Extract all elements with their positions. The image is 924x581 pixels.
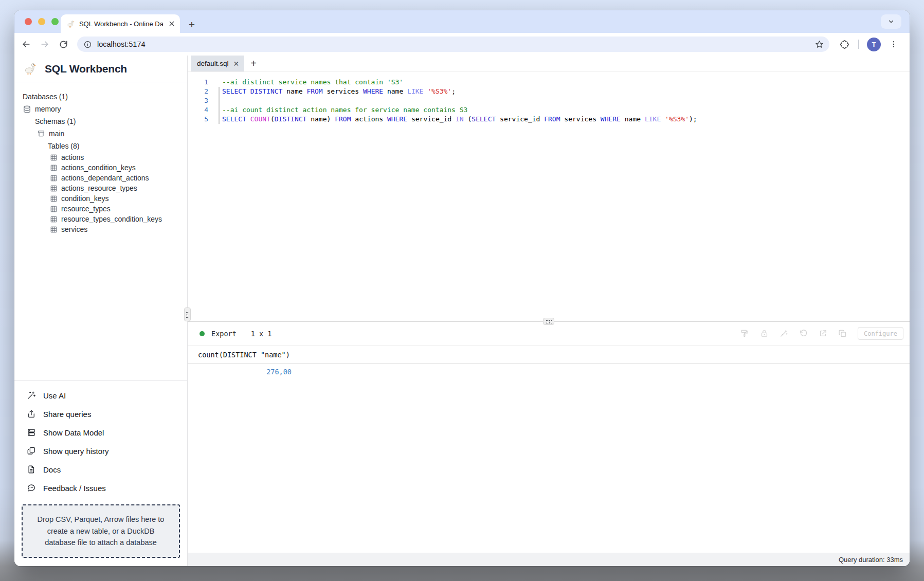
sidebar-resize-handle[interactable] [184,307,191,321]
tree-item-label: actions [61,153,84,161]
minimize-window-button[interactable] [38,18,45,25]
table-icon [50,174,58,182]
dropzone-text: Drop CSV, Parquet, Arrow files here to c… [34,514,168,548]
tree-item-memory[interactable]: memory [14,103,187,115]
lock-icon[interactable] [760,329,769,338]
data-model-icon [27,428,36,437]
maximize-window-button[interactable] [51,18,59,25]
menu-item-show-query-history[interactable]: Show query history [14,442,187,460]
back-button[interactable] [17,35,35,53]
results-panel: Export 1 x 1 Configure count(DISTINCT "n… [188,321,910,553]
code-line: 1--ai distinct service names that contai… [188,78,910,87]
menu-item-use-ai[interactable]: Use AI [14,386,187,405]
code-token: LIKE [407,87,423,95]
tree-item-databases: Databases (1) [14,90,187,103]
back-arrow-icon [21,39,31,49]
forward-button[interactable] [36,35,53,53]
configure-button[interactable]: Configure [858,327,903,340]
line-number: 4 [188,105,208,115]
sidebar-menu: Use AIShare queriesShow Data ModelShow q… [14,380,187,499]
browser-tab-title: SQL Workbench - Online Data [79,20,163,28]
tree-item-table[interactable]: actions_dependant_actions [14,173,187,183]
paint-roller-icon[interactable] [740,329,749,338]
menu-item-label: Show Data Model [43,428,104,437]
tree-item-table[interactable]: actions [14,152,187,162]
code-text: --ai count distinct action names for ser… [222,105,467,115]
tree-item-table[interactable]: resource_types [14,204,187,214]
code-token: service_id [496,115,544,123]
app-title: SQL Workbench [45,63,127,75]
code-line: 3 [188,96,910,105]
statement-indicator [219,78,220,87]
status-bar: Query duration: 33ms [188,553,910,566]
browser-tab[interactable]: SQL Workbench - Online Data [61,14,180,33]
tree-item-table[interactable]: actions_resource_types [14,183,187,193]
tree-item-label: Databases (1) [23,93,68,101]
menu-item-docs[interactable]: Docs [14,460,187,479]
new-tab-button[interactable]: + [187,20,196,29]
code-token: name [621,115,645,123]
reload-icon [59,40,68,49]
tree-item-table[interactable]: actions_condition_keys [14,162,187,173]
wand-icon [27,391,36,400]
editor-tab-close-icon[interactable]: ✕ [233,60,240,68]
menu-item-share-queries[interactable]: Share queries [14,405,187,423]
tab-close-icon[interactable] [167,19,176,28]
tree-item-label: Tables (8) [48,142,79,150]
tree-item-schemas: Schemas (1) [14,115,187,128]
line-number: 2 [188,87,208,96]
code-token [661,115,665,123]
new-query-tab-button[interactable]: + [244,56,263,71]
bookmark-star-icon[interactable] [814,40,824,49]
tab-search-button[interactable] [881,14,901,29]
menu-item-show-data-model[interactable]: Show Data Model [14,423,187,442]
tree-item-label: actions_resource_types [61,184,137,192]
drag-dots-icon [186,311,189,318]
table-icon [50,215,58,223]
database-icon [23,105,31,114]
browser-menu-button[interactable] [885,35,902,53]
tree-item-table[interactable]: condition_keys [14,193,187,204]
site-info-icon[interactable] [83,40,92,49]
results-toolbar [740,329,847,338]
code-token: DISTINCT [250,87,283,95]
file-dropzone[interactable]: Drop CSV, Parquet, Arrow files here to c… [22,504,180,558]
undo-icon[interactable] [799,329,808,338]
results-resize-handle[interactable] [543,318,554,325]
results-data-row[interactable]: 276,00 [188,364,910,379]
sidebar: SQL Workbench Databases (1)memorySchemas… [14,56,188,566]
database-tree: Databases (1)memorySchemas (1)mainTables… [14,82,187,380]
column-header[interactable]: count(DISTINCT "name") [198,351,292,359]
copy-icon[interactable] [838,329,847,338]
url-bar[interactable]: localhost:5174 [77,37,829,52]
tree-item-table[interactable]: resource_types_condition_keys [14,214,187,224]
code-token [246,87,250,95]
browser-window: SQL Workbench - Online Data + [14,10,910,566]
share-icon [27,409,36,419]
reload-button[interactable] [55,35,72,53]
profile-avatar[interactable]: T [867,38,881,51]
export-button[interactable]: Export [211,330,237,338]
tree-item-label: condition_keys [61,194,109,203]
tree-item-label: main [49,130,64,138]
statement-indicator [219,96,220,105]
code-token: COUNT [250,115,270,123]
results-header: Export 1 x 1 Configure [188,322,910,346]
extensions-button[interactable] [836,35,853,53]
editor-tab-default-sql[interactable]: default.sql ✕ [191,56,244,71]
external-link-icon[interactable] [819,329,827,338]
statement-indicator [219,105,220,115]
code-token: ; [451,87,456,95]
wand-sparkles-icon[interactable] [780,329,788,338]
code-token: '%S3%' [665,115,689,123]
table-icon [50,195,58,203]
menu-item-feedback-issues[interactable]: Feedback / Issues [14,479,187,497]
tree-item-main[interactable]: main [14,128,187,140]
sql-editor[interactable]: 1--ai distinct service names that contai… [188,72,910,321]
tree-item-label: Schemas (1) [35,117,76,125]
tree-item-table[interactable]: services [14,224,187,234]
code-token: ( [270,115,275,123]
code-token: FROM [335,115,351,123]
code-token: ); [689,115,697,123]
close-window-button[interactable] [25,18,32,25]
